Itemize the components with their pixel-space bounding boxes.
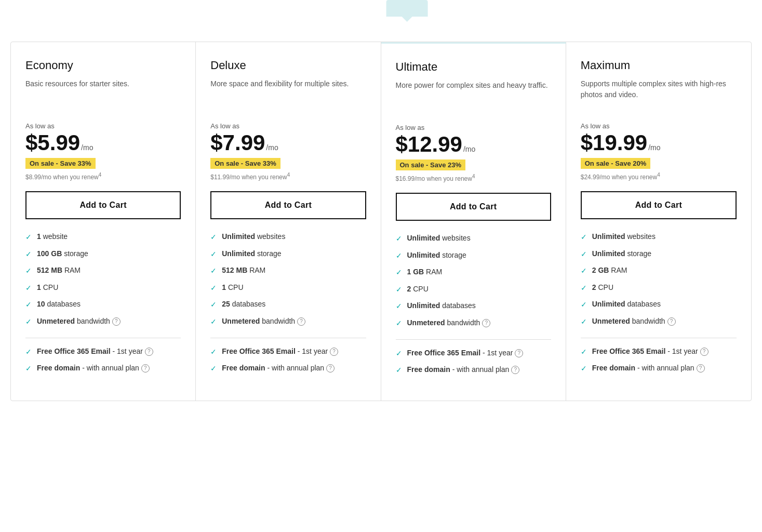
- feature-item: ✓ Unlimited databases: [396, 301, 551, 312]
- plan-name: Ultimate: [396, 60, 551, 74]
- feature-bold: Unlimited: [592, 300, 625, 308]
- feature-text: 2 GB RAM: [592, 265, 627, 276]
- check-icon: ✓: [581, 317, 587, 327]
- feature-bold: 10: [37, 300, 45, 308]
- feature-bold: Unmetered: [222, 317, 260, 325]
- sale-badge: On sale - Save 20%: [581, 158, 651, 169]
- price-amount: $19.99: [581, 132, 647, 154]
- help-icon[interactable]: ?: [326, 364, 335, 373]
- plan-card-deluxe: Deluxe More space and flexibility for mu…: [196, 42, 381, 401]
- check-icon: ✓: [581, 347, 587, 357]
- check-icon: ✓: [396, 365, 402, 376]
- check-icon: ✓: [210, 347, 217, 357]
- feature-item: ✓ 1 website: [25, 232, 181, 243]
- feature-bold: Unlimited: [222, 249, 255, 258]
- check-icon: ✓: [25, 266, 32, 276]
- extra-feature-text: Free Office 365 Email - 1st year?: [222, 347, 338, 357]
- feature-item: ✓ 512 MB RAM: [25, 265, 181, 276]
- feature-text: 1 GB RAM: [407, 267, 443, 277]
- feature-text: 10 databases: [37, 299, 81, 310]
- check-icon: ✓: [25, 283, 32, 294]
- help-icon[interactable]: ?: [330, 348, 338, 356]
- check-icon: ✓: [210, 283, 217, 294]
- check-icon: ✓: [581, 266, 587, 276]
- price-period: /mo: [266, 143, 278, 152]
- help-icon[interactable]: ?: [511, 366, 519, 374]
- help-icon[interactable]: ?: [297, 317, 305, 326]
- feature-item: ✓ 1 GB RAM: [396, 267, 551, 278]
- feature-text: 1 CPU: [222, 283, 243, 293]
- add-to-cart-button[interactable]: Add to Cart: [581, 191, 737, 219]
- price-label: As low as: [210, 122, 366, 130]
- help-icon[interactable]: ?: [145, 348, 153, 356]
- plan-description: Supports multiple complex sites with hig…: [581, 78, 737, 110]
- feature-item: ✓ Unlimited storage: [396, 250, 551, 261]
- feature-text: 512 MB RAM: [37, 265, 81, 276]
- extra-feature-item: ✓ Free domain - with annual plan?: [25, 363, 181, 374]
- feature-item: ✓ Unmetered bandwidth?: [210, 316, 366, 327]
- help-icon[interactable]: ?: [667, 317, 676, 326]
- feature-bold: Unlimited: [407, 301, 440, 310]
- extra-feature-text: Free domain - with annual plan?: [222, 363, 335, 374]
- add-to-cart-button[interactable]: Add to Cart: [210, 191, 366, 219]
- help-icon[interactable]: ?: [697, 364, 705, 373]
- feature-bold: Unmetered: [407, 318, 445, 327]
- check-icon: ✓: [210, 300, 217, 310]
- feature-item: ✓ 2 CPU: [581, 283, 737, 294]
- feature-bold: 512 MB: [222, 266, 247, 274]
- check-icon: ✓: [396, 251, 402, 261]
- renew-price: $24.99/mo when you renew4: [581, 172, 737, 181]
- feature-text: Unmetered bandwidth?: [407, 318, 491, 328]
- check-icon: ✓: [581, 364, 587, 374]
- add-to-cart-button[interactable]: Add to Cart: [25, 191, 181, 219]
- add-to-cart-button[interactable]: Add to Cart: [396, 193, 551, 221]
- feature-item: ✓ 10 databases: [25, 299, 181, 310]
- feature-text: 1 website: [37, 232, 68, 242]
- feature-bold: Unlimited: [592, 249, 625, 258]
- feature-bold: 2 GB: [592, 266, 609, 274]
- help-icon[interactable]: ?: [112, 317, 121, 326]
- feature-text: Unlimited databases: [592, 299, 661, 310]
- extra-feature-item: ✓ Free Office 365 Email - 1st year?: [25, 347, 181, 357]
- help-icon[interactable]: ?: [141, 364, 150, 373]
- feature-item: ✓ 2 CPU: [396, 284, 551, 295]
- extra-feature-bold: Free domain: [37, 364, 80, 372]
- extra-feature-text: Free domain - with annual plan?: [37, 363, 150, 374]
- extra-feature-item: ✓ Free Office 365 Email - 1st year?: [396, 348, 551, 359]
- plan-name: Deluxe: [210, 59, 366, 72]
- feature-text: Unlimited storage: [222, 249, 281, 259]
- price-amount: $12.99: [396, 134, 462, 155]
- feature-text: Unmetered bandwidth?: [37, 316, 121, 327]
- help-icon[interactable]: ?: [700, 348, 708, 356]
- feature-bold: Unmetered: [592, 317, 630, 325]
- check-icon: ✓: [210, 364, 217, 374]
- price-label: As low as: [581, 122, 737, 130]
- extra-feature-bold: Free domain: [222, 364, 265, 372]
- extra-feature-bold: Free Office 365 Email: [592, 347, 666, 355]
- features-list: ✓ 1 website ✓ 100 GB storage ✓ 512 MB RA…: [25, 232, 181, 327]
- price-period: /mo: [81, 143, 93, 152]
- feature-text: 2 CPU: [407, 284, 429, 295]
- check-icon: ✓: [25, 347, 32, 357]
- check-icon: ✓: [210, 317, 217, 327]
- sale-badge: On sale - Save 33%: [25, 158, 96, 169]
- check-icon: ✓: [581, 232, 587, 243]
- feature-bold: 2: [407, 285, 411, 293]
- feature-item: ✓ 25 databases: [210, 299, 366, 310]
- extra-feature-text: Free domain - with annual plan?: [592, 363, 705, 374]
- help-icon[interactable]: ?: [482, 319, 490, 327]
- feature-bold: 512 MB: [37, 266, 62, 274]
- feature-item: ✓ 100 GB storage: [25, 249, 181, 260]
- check-icon: ✓: [581, 300, 587, 310]
- feature-item: ✓ 1 CPU: [25, 283, 181, 294]
- help-icon[interactable]: ?: [515, 349, 523, 357]
- renew-price: $16.99/mo when you renew4: [396, 174, 551, 182]
- check-icon: ✓: [396, 234, 402, 244]
- extra-feature-bold: Free domain: [407, 365, 450, 374]
- extra-feature-item: ✓ Free domain - with annual plan?: [396, 365, 551, 376]
- extras-list: ✓ Free Office 365 Email - 1st year? ✓ Fr…: [25, 347, 181, 374]
- feature-bold: 1: [37, 283, 41, 291]
- extra-feature-item: ✓ Free domain - with annual plan?: [210, 363, 366, 374]
- price-label: As low as: [396, 124, 551, 131]
- price-period: /mo: [648, 143, 660, 152]
